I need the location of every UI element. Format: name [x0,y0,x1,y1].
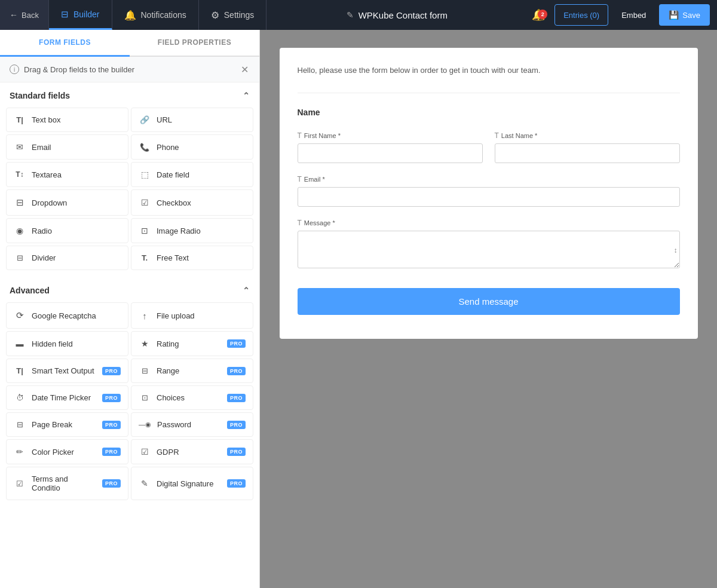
field-phone[interactable]: Phone [131,134,253,160]
last-name-label: T Last Name * [495,131,680,140]
tab-form-fields[interactable]: Form Fields [0,30,130,57]
textarea-label: Textarea [32,170,62,179]
digsig-label: Digital Signature [157,479,213,488]
settings-tab[interactable]: ⚙ Settings [199,0,267,30]
field-checkbox[interactable]: Checkbox [131,189,253,216]
info-icon: i [10,65,19,74]
standard-section-chevron[interactable]: ⌃ [243,91,250,100]
field-divider[interactable]: Divider [6,246,128,270]
main-area: Form Fields Field Properties i Drag & Dr… [0,30,717,588]
hiddenfield-icon [14,339,26,348]
field-smarttext[interactable]: Smart Text Output PRO [6,359,128,383]
last-name-input[interactable] [495,143,680,163]
name-row: T First Name * T Last Name * [298,131,680,163]
edit-icon: ✎ [347,10,354,20]
form-title: WPKube Contact form [358,10,448,20]
field-email[interactable]: Email [6,134,128,160]
notification-bell-button[interactable]: 🔔 2 [527,8,550,22]
field-colorpicker[interactable]: Color Picker PRO [6,439,128,464]
field-radio[interactable]: Radio [6,218,128,243]
phone-label: Phone [157,143,179,152]
field-textarea[interactable]: Textarea [6,162,128,187]
field-hiddenfield[interactable]: Hidden field [6,331,128,356]
first-name-label-icon: T [298,131,302,140]
field-pagebreak[interactable]: Page Break PRO [6,412,128,437]
digsig-icon [139,479,151,488]
message-group: T Message * ↕ [298,219,680,270]
field-textbox[interactable]: Text box [6,108,128,132]
field-freetext[interactable]: Free Text [131,246,253,270]
rating-icon [139,339,151,348]
fileupload-icon [139,311,151,321]
first-name-input[interactable] [298,143,483,163]
message-textarea[interactable] [298,231,680,268]
divider-icon [14,253,26,262]
field-url[interactable]: URL [131,108,253,132]
advanced-fields-header: Advanced ⌃ [0,277,259,301]
radio-icon [14,226,26,235]
field-datefield[interactable]: Date field [131,162,253,187]
send-message-button[interactable]: Send message [298,288,680,315]
field-choices[interactable]: Choices PRO [131,385,253,410]
range-pro-badge: PRO [227,367,246,375]
entries-button[interactable]: Entries (0) [554,4,608,26]
terms-icon [14,479,26,488]
arrow-left-icon: ← [10,10,18,20]
save-label: Save [682,11,700,20]
rating-pro-badge: PRO [227,339,246,348]
email-input[interactable] [298,187,680,207]
gear-icon: ⚙ [211,10,219,21]
phone-icon [139,143,151,152]
embed-label: Embed [621,11,646,20]
settings-label: Settings [224,10,255,20]
textbox-icon [14,115,26,124]
dropdown-icon [14,197,26,208]
builder-tab[interactable]: ⊟ Builder [49,0,112,30]
first-name-label: T First Name * [298,131,483,140]
tab-field-properties[interactable]: Field Properties [130,30,259,56]
field-password[interactable]: Password PRO [131,412,253,437]
embed-button[interactable]: Embed [613,4,654,26]
recaptcha-label: Google Recaptcha [32,311,96,320]
choices-icon [139,393,151,402]
standard-fields-header: Standard fields ⌃ [0,82,259,106]
pagebreak-icon [14,420,26,429]
field-terms[interactable]: Terms and Conditio PRO [6,467,128,500]
sidebar: Form Fields Field Properties i Drag & Dr… [0,30,260,588]
field-rating[interactable]: Rating PRO [131,331,253,356]
save-button[interactable]: 💾 Save [659,4,710,26]
message-label-icon: T [298,219,302,227]
advanced-section-chevron[interactable]: ⌃ [243,286,250,295]
sidebar-inner: i Drag & Drop fields to the builder ✕ St… [0,57,259,588]
colorpicker-pro-badge: PRO [102,448,121,456]
field-digsig[interactable]: Digital Signature PRO [131,467,253,500]
form-preview-area: Hello, please use the form below in orde… [260,30,717,588]
freetext-icon [139,253,151,262]
close-drag-drop-button[interactable]: ✕ [239,64,250,75]
choices-pro-badge: PRO [227,394,246,402]
datetime-label: Date Time Picker [32,393,91,402]
field-recaptcha[interactable]: Google Recaptcha [6,302,128,329]
first-name-col: T First Name * [298,131,483,163]
smarttext-icon [14,366,26,375]
back-button[interactable]: ← Back [0,0,49,30]
field-imageradio[interactable]: Image Radio [131,218,253,243]
email-label-icon: T [298,175,302,183]
textarea-icon [14,170,26,179]
notifications-tab[interactable]: 🔔 Notifications [112,0,199,30]
field-fileupload[interactable]: File upload [131,302,253,329]
dropdown-label: Dropdown [32,198,67,207]
field-gdpr[interactable]: GDPR PRO [131,439,253,464]
name-section-label: Name [298,108,680,122]
field-range[interactable]: Range PRO [131,359,253,383]
email-label: Email [32,143,51,152]
field-datetime[interactable]: Date Time Picker PRO [6,385,128,410]
email-group: T Email * [298,175,680,207]
pagebreak-pro-badge: PRO [102,421,121,429]
hiddenfield-label: Hidden field [32,339,73,348]
builder-icon: ⊟ [61,9,69,20]
password-pro-badge: PRO [227,421,246,429]
textbox-label: Text box [32,115,60,124]
url-icon [139,115,151,124]
field-dropdown[interactable]: Dropdown [6,189,128,216]
